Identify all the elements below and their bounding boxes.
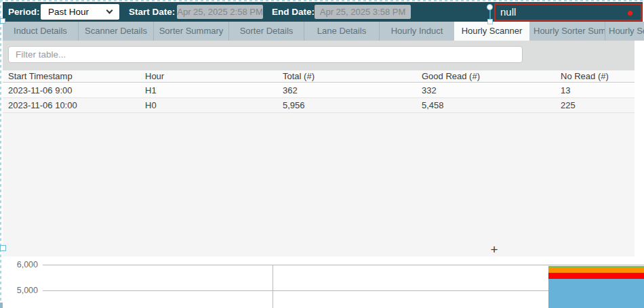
anchor-circle-handle[interactable] [487, 4, 493, 10]
annotation-null-field[interactable]: null [494, 3, 642, 21]
column-header-hour[interactable]: Hour [140, 70, 277, 82]
cell-hour: H0 [140, 98, 277, 112]
anchor-square-handle[interactable] [487, 19, 493, 24]
table-header: Start Timestamp Hour Total (#) Good Read… [3, 70, 644, 83]
tab-induct-details[interactable]: Induct Details [3, 22, 79, 41]
cell-hour: H1 [140, 83, 277, 97]
tab-hourly-induct[interactable]: Hourly Induct [380, 22, 454, 41]
add-button[interactable]: + [484, 244, 504, 256]
end-date-label: End Date: [272, 2, 315, 22]
chevron-down-icon [106, 7, 113, 14]
cell-good-read: 5,458 [416, 98, 555, 112]
table-empty-area: + [3, 113, 644, 257]
y-axis-tick-6000: 6,000 [0, 260, 38, 269]
tab-hourly-scanner[interactable]: Hourly Scanner [454, 22, 529, 41]
table-row[interactable]: 2023-11-06 9:00 H1 362 332 13 [3, 83, 644, 98]
table-row[interactable]: 2023-11-06 10:00 H0 5,956 5,458 225 [3, 98, 644, 113]
column-header-start-timestamp[interactable]: Start Timestamp [3, 70, 140, 82]
filter-table-input[interactable] [8, 46, 523, 63]
period-select-value: Past Hour [48, 7, 89, 17]
cell-no-read: 13 [555, 83, 644, 97]
tab-sorter-details[interactable]: Sorter Details [229, 22, 304, 41]
tab-hourly-sorter[interactable]: Hourly Sort [605, 22, 644, 41]
app-window: Period: Past Hour Start Date: End Date: … [0, 0, 644, 308]
cell-start-timestamp: 2023-11-06 9:00 [3, 83, 140, 97]
tab-hourly-sorter-summary[interactable]: Hourly Sorter Summar [529, 22, 605, 41]
end-date-input[interactable] [315, 5, 411, 19]
cell-total: 5,956 [277, 98, 416, 112]
vertical-scrollbar-track[interactable] [635, 41, 644, 257]
tab-lane-details[interactable]: Lane Details [304, 22, 380, 41]
bar-segment-good-read [548, 279, 644, 308]
selection-border-left [0, 0, 1, 308]
period-label: Period: [8, 2, 40, 22]
cell-start-timestamp: 2023-11-06 10:00 [3, 98, 140, 112]
tab-sorter-summary[interactable]: Sorter Summary [154, 22, 229, 41]
bar-segment-no-read [548, 273, 644, 279]
bar-segment-orange-segment [548, 267, 644, 273]
cell-total: 362 [277, 83, 416, 97]
tab-bar: Induct Details Scanner Details Sorter Su… [3, 22, 644, 41]
period-select[interactable]: Past Hour [41, 4, 119, 20]
cell-good-read: 332 [416, 83, 555, 97]
selection-handle[interactable] [0, 18, 5, 24]
annotation-null-text: null [500, 6, 516, 18]
cell-no-read: 225 [555, 98, 644, 112]
start-date-input[interactable] [177, 5, 263, 19]
selection-handle[interactable] [0, 245, 6, 251]
hourly-scanner-chart: 6,000 5,000 [0, 257, 644, 308]
selection-border-top [0, 0, 644, 1]
column-header-total[interactable]: Total (#) [277, 70, 416, 82]
record-dot-icon [628, 11, 632, 16]
stacked-bar [548, 257, 644, 308]
column-header-good-read[interactable]: Good Read (#) [416, 70, 555, 82]
category-split-line [273, 265, 273, 308]
filter-bar [3, 41, 644, 70]
y-axis-tick-5000: 5,000 [0, 286, 38, 295]
selection-handle[interactable] [0, 303, 3, 308]
tab-scanner-details[interactable]: Scanner Details [79, 22, 154, 41]
start-date-label: Start Date: [129, 2, 175, 22]
column-header-no-read[interactable]: No Read (#) [555, 70, 644, 82]
